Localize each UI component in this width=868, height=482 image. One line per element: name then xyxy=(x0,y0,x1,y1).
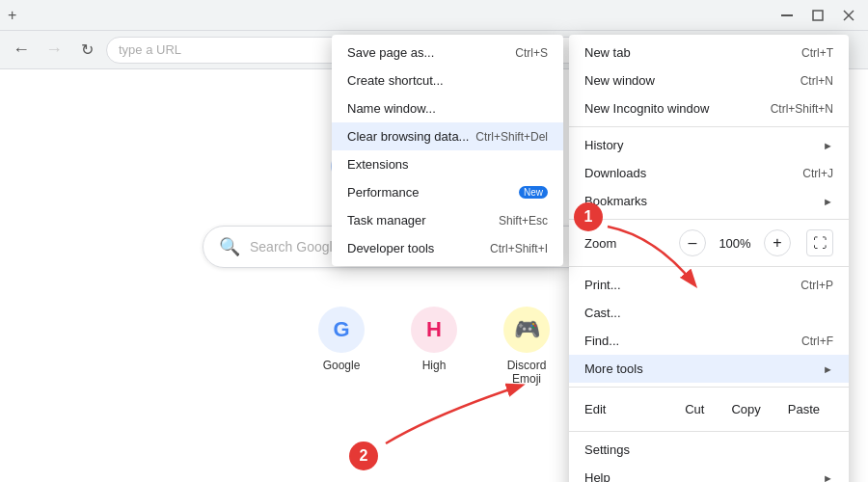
menu-label: Settings xyxy=(584,442,833,457)
address-placeholder: type a URL xyxy=(119,42,181,57)
edit-actions: CutCopyPaste xyxy=(671,397,833,421)
menu-item-find[interactable]: Find... Ctrl+F xyxy=(569,327,849,355)
shortcut-google[interactable]: G Google xyxy=(307,307,376,386)
shortcut-text: Ctrl+Shift+I xyxy=(490,242,548,255)
menu-item-settings[interactable]: Settings xyxy=(569,436,849,464)
menu-item-newtab[interactable]: New tab Ctrl+T xyxy=(569,39,849,67)
edit-row: Edit CutCopyPaste xyxy=(569,391,849,427)
shortcut-discord[interactable]: 🎮 Discord Emoji xyxy=(492,307,561,386)
menu-label: Downloads xyxy=(584,166,802,180)
menu-item-help[interactable]: Help ► xyxy=(569,464,849,482)
menu-item-bookmarks[interactable]: Bookmarks ► xyxy=(569,187,849,215)
menu-label: New window xyxy=(584,73,800,88)
shortcut-high[interactable]: H High xyxy=(399,307,469,386)
shortcut-text: Ctrl+T xyxy=(801,46,833,60)
zoom-out-button[interactable]: – xyxy=(679,229,706,256)
submenu-label: Name window... xyxy=(347,101,548,116)
edit-cut-button[interactable]: Cut xyxy=(671,397,718,421)
menu-divider xyxy=(569,219,849,220)
menu-label: Bookmarks xyxy=(584,194,815,208)
menu-item-history[interactable]: History ► xyxy=(569,131,849,159)
menu-item-newincognitowindow[interactable]: New Incognito window Ctrl+Shift+N xyxy=(569,94,849,122)
submenu-label: Save page as... xyxy=(347,45,515,60)
menu-item-newwindow[interactable]: New window Ctrl+N xyxy=(569,67,849,94)
shortcut-text: Ctrl+F xyxy=(801,335,833,348)
menu-label: Cast... xyxy=(584,306,833,320)
submenu-item-developertools[interactable]: Developer tools Ctrl+Shift+I xyxy=(332,234,563,262)
submenu-label: Performance xyxy=(347,185,513,200)
annotation-1: 1 xyxy=(574,202,603,231)
shortcut-high-label: High xyxy=(422,359,447,372)
arrow-icon: ► xyxy=(823,140,833,151)
svg-rect-0 xyxy=(781,14,793,16)
shortcut-text: Ctrl+N xyxy=(800,74,833,88)
shortcut-discord-icon: 🎮 xyxy=(503,307,550,353)
edit-copy-button[interactable]: Copy xyxy=(718,397,773,421)
menu-label: Find... xyxy=(584,334,801,348)
menu-label: Help xyxy=(584,470,815,482)
submenu-item-namewindow[interactable]: Name window... xyxy=(332,94,563,122)
menu-label: New tab xyxy=(584,45,801,60)
submenu-item-savepageas[interactable]: Save page as... Ctrl+S xyxy=(332,39,563,67)
close-button[interactable] xyxy=(837,4,860,27)
shortcut-google-icon: G xyxy=(318,307,365,353)
shortcuts-row: G Google H High 🎮 Discord Emoji xyxy=(307,307,561,386)
shortcut-text: Ctrl+J xyxy=(802,167,833,180)
submenu-item-performance[interactable]: Performance New xyxy=(332,178,563,206)
new-badge: New xyxy=(519,186,548,199)
submenu-label: Clear browsing data... xyxy=(347,129,475,144)
shortcut-discord-label: Discord Emoji xyxy=(492,359,561,386)
more-tools-submenu: Save page as... Ctrl+S Create shortcut..… xyxy=(332,35,563,266)
menu-label: New Incognito window xyxy=(584,101,771,116)
menu-divider xyxy=(569,431,849,432)
menu-label: History xyxy=(584,138,815,152)
menu-label: Print... xyxy=(584,278,800,292)
submenu-item-extensions[interactable]: Extensions xyxy=(332,150,563,178)
reload-button[interactable]: ↻ xyxy=(73,37,100,64)
svg-rect-1 xyxy=(813,11,823,20)
menu-divider xyxy=(569,126,849,127)
shortcut-google-label: Google xyxy=(323,359,361,372)
shortcut-text: Ctrl+Shift+Del xyxy=(475,130,548,144)
zoom-label: Zoom xyxy=(584,236,671,251)
title-bar: + xyxy=(0,0,868,31)
menu-item-moretools[interactable]: More tools ► xyxy=(569,355,849,383)
submenu-label: Extensions xyxy=(347,157,548,172)
back-button[interactable]: ← xyxy=(8,37,35,64)
zoom-fullscreen-button[interactable]: ⛶ xyxy=(806,229,833,256)
shortcut-high-icon: H xyxy=(411,307,457,353)
zoom-controls: – 100% + xyxy=(679,229,791,256)
shortcut-text: Ctrl+Shift+N xyxy=(771,102,833,116)
minimize-button[interactable] xyxy=(775,4,799,27)
arrow-icon: ► xyxy=(823,196,833,207)
shortcut-text: Shift+Esc xyxy=(499,214,548,228)
menu-divider xyxy=(569,387,849,388)
shortcut-text: Ctrl+S xyxy=(515,46,548,60)
menu-item-downloads[interactable]: Downloads Ctrl+J xyxy=(569,159,849,187)
new-tab-button[interactable]: + xyxy=(8,7,16,24)
menu-label: More tools xyxy=(584,362,815,376)
zoom-row: Zoom – 100% + ⛶ xyxy=(569,224,849,262)
zoom-value: 100% xyxy=(716,236,754,251)
chrome-menu: New tab Ctrl+T New window Ctrl+N New Inc… xyxy=(569,35,849,482)
zoom-in-button[interactable]: + xyxy=(764,229,791,256)
maximize-button[interactable] xyxy=(806,4,829,27)
menu-divider xyxy=(569,266,849,267)
submenu-item-createshortcut[interactable]: Create shortcut... xyxy=(332,67,563,94)
edit-paste-button[interactable]: Paste xyxy=(774,397,833,421)
submenu-label: Task manager xyxy=(347,213,499,228)
submenu-item-clearbrowsingdata[interactable]: Clear browsing data... Ctrl+Shift+Del xyxy=(332,122,563,150)
annotation-2: 2 xyxy=(349,442,378,470)
edit-label: Edit xyxy=(584,402,671,416)
arrow-icon: ► xyxy=(823,472,833,483)
menu-item-cast[interactable]: Cast... xyxy=(569,299,849,327)
submenu-label: Create shortcut... xyxy=(347,73,548,88)
submenu-label: Developer tools xyxy=(347,241,490,255)
shortcut-text: Ctrl+P xyxy=(800,279,833,292)
arrow-icon: ► xyxy=(823,363,833,375)
forward-button[interactable]: → xyxy=(41,37,68,64)
submenu-item-taskmanager[interactable]: Task manager Shift+Esc xyxy=(332,206,563,234)
menu-item-print[interactable]: Print... Ctrl+P xyxy=(569,271,849,299)
search-icon: 🔍 xyxy=(219,236,240,257)
